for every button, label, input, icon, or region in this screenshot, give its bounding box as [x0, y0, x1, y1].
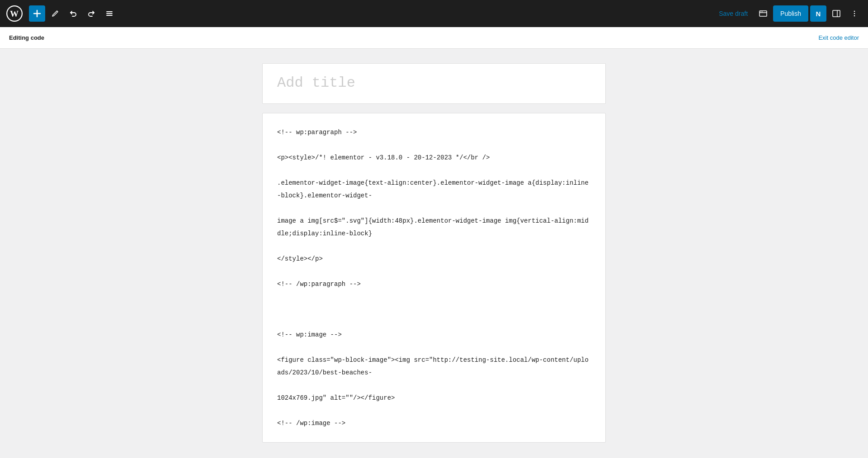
svg-rect-5 [833, 10, 840, 17]
save-draft-button[interactable]: Save draft [713, 7, 753, 20]
wp-logo[interactable]: W [5, 5, 24, 23]
n-plugin-button[interactable]: N [810, 5, 826, 22]
exit-code-editor-button[interactable]: Exit code editor [818, 34, 859, 41]
redo-button[interactable] [83, 5, 99, 22]
sub-header: Editing code Exit code editor [0, 27, 868, 49]
title-input[interactable] [277, 75, 591, 91]
settings-panel-button[interactable] [828, 5, 844, 22]
svg-point-7 [854, 13, 855, 14]
main-content: <!-- wp:paragraph --> <p><style>/*! elem… [0, 49, 868, 458]
code-editor-area: <!-- wp:paragraph --> <p><style>/*! elem… [262, 113, 606, 443]
edit-button[interactable] [47, 5, 63, 22]
title-area [262, 63, 606, 104]
more-options-button[interactable] [846, 5, 863, 22]
toolbar: W Save draft [0, 0, 868, 27]
undo-button[interactable] [65, 5, 81, 22]
add-block-button[interactable] [29, 5, 45, 22]
svg-point-6 [854, 11, 855, 12]
code-editor-content[interactable]: <!-- wp:paragraph --> <p><style>/*! elem… [277, 126, 591, 430]
svg-point-3 [760, 11, 761, 12]
details-button[interactable] [101, 5, 118, 22]
preview-button[interactable] [755, 5, 771, 22]
svg-text:W: W [10, 9, 19, 19]
svg-point-8 [854, 15, 855, 17]
svg-point-4 [762, 11, 763, 12]
editing-code-label: Editing code [9, 34, 44, 41]
publish-button[interactable]: Publish [773, 5, 808, 22]
